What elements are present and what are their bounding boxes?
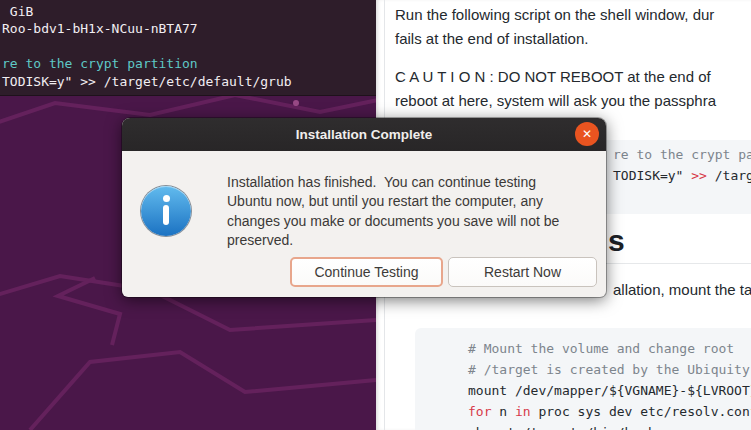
code-line: chroot /target /bin/bash bbox=[468, 425, 656, 430]
code-comment: # Mount the volume and change root bbox=[468, 341, 734, 356]
terminal-line: re to the crypt partition bbox=[2, 55, 198, 72]
doc-paragraph: allation, mount the ta bbox=[613, 281, 751, 298]
code-block-chroot: # Mount the volume and change root # /ta… bbox=[415, 328, 751, 430]
doc-caution-paragraph: C A U T I O N : DO NOT REBOOT at the end… bbox=[395, 68, 711, 85]
terminal-line: TODISK=y" >> /target/etc/default/grub bbox=[2, 73, 292, 90]
dialog-message-line: changes you make or documents you save w… bbox=[227, 212, 559, 231]
dialog-message-line: Ubuntu now, but until you restart the co… bbox=[227, 192, 559, 211]
doc-caution-paragraph: reboot at here, system will ask you the … bbox=[395, 92, 716, 109]
section-heading-fragment: s bbox=[608, 224, 625, 258]
continue-testing-button[interactable]: Continue Testing bbox=[290, 257, 443, 287]
code-line: mount /dev/mapper/${VGNAME}-${LVROOT} /t bbox=[468, 383, 751, 398]
code-comment: re to the crypt pa bbox=[613, 147, 751, 162]
dialog-message-line: Installation has finished. You can conti… bbox=[227, 173, 559, 192]
dialog-titlebar[interactable]: Installation Complete ✕ bbox=[122, 118, 606, 151]
dialog-message-line: preserved. bbox=[227, 231, 559, 250]
doc-paragraph: fails at the end of installation. bbox=[395, 30, 588, 47]
code-line: for n in proc sys dev etc/resolv.conf; d… bbox=[468, 404, 751, 419]
doc-paragraph: Run the following script on the shell wi… bbox=[395, 6, 714, 23]
terminal-window[interactable]: GiB Roo-bdv1-bH1x-NCuu-nBTA77 re to the … bbox=[0, 0, 376, 96]
dialog-title: Installation Complete bbox=[122, 118, 606, 151]
code-comment: # /target is created by the Ubiquity ins bbox=[468, 362, 751, 377]
info-icon bbox=[141, 186, 191, 236]
desktop: GiB Roo-bdv1-bH1x-NCuu-nBTA77 re to the … bbox=[0, 0, 751, 430]
terminal-line: GiB bbox=[2, 3, 33, 20]
restart-now-button[interactable]: Restart Now bbox=[448, 257, 597, 287]
code-line: TODISK=y" >> /targ bbox=[613, 168, 751, 183]
close-icon[interactable]: ✕ bbox=[575, 122, 599, 146]
terminal-line: Roo-bdv1-bH1x-NCuu-nBTA77 bbox=[2, 20, 198, 37]
installation-complete-dialog: Installation Complete ✕ Installation has… bbox=[122, 118, 606, 297]
dialog-message: Installation has finished. You can conti… bbox=[227, 173, 559, 251]
